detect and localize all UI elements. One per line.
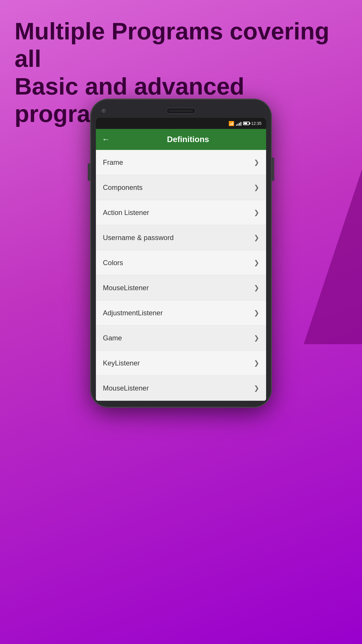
signal-icon [236,121,241,126]
menu-item-colors[interactable]: Colors❯ [96,250,266,275]
menu-item-label-frame: Frame [103,158,123,167]
menu-item-label-adjustmentlistener: AdjustmentListener [103,309,163,317]
signal-bar-2 [238,124,238,126]
chevron-right-icon-components: ❯ [254,184,259,191]
menu-item-adjustmentlistener[interactable]: AdjustmentListener❯ [96,300,266,326]
menu-item-frame[interactable]: Frame❯ [96,150,266,175]
app-header-title: Definitions [116,135,260,144]
menu-item-mouselistener-2[interactable]: MouseListener❯ [96,376,266,401]
signal-bar-4 [240,122,241,126]
phone-frame: 📶 12:35 ← Definitions [91,99,271,407]
chevron-right-icon-mouselistener-2: ❯ [254,384,259,392]
menu-item-username-password[interactable]: Username & password❯ [96,225,266,250]
chevron-right-icon-action-listener: ❯ [254,209,259,216]
wifi-icon: 📶 [229,121,234,126]
menu-item-label-game: Game [103,334,122,342]
back-button[interactable]: ← [102,135,110,144]
menu-item-label-keylistener: KeyListener [103,359,140,367]
signal-bar-1 [236,125,237,126]
menu-item-label-username-password: Username & password [103,234,174,242]
menu-item-game[interactable]: Game❯ [96,326,266,351]
menu-item-action-listener[interactable]: Action Listener❯ [96,200,266,225]
chevron-right-icon-colors: ❯ [254,259,259,267]
menu-item-keylistener[interactable]: KeyListener❯ [96,351,266,376]
chevron-right-icon-adjustmentlistener: ❯ [254,309,259,317]
front-camera [102,109,106,113]
menu-item-label-action-listener: Action Listener [103,209,149,217]
status-time: 12:35 [251,121,261,126]
chevron-right-icon-game: ❯ [254,334,259,342]
status-icons: 📶 12:35 [229,121,261,126]
chevron-right-icon-mouselistener-1: ❯ [254,284,259,292]
menu-item-mouselistener-1[interactable]: MouseListener❯ [96,275,266,300]
chevron-right-icon-username-password: ❯ [254,234,259,242]
menu-list: Frame❯Components❯Action Listener❯Usernam… [96,150,266,401]
menu-item-label-mouselistener-2: MouseListener [103,384,149,392]
menu-item-label-colors: Colors [103,259,123,267]
battery-icon [243,122,249,125]
speaker [166,108,196,114]
chevron-right-icon-frame: ❯ [254,159,259,166]
phone-top-bar [96,106,266,118]
app-header: ← Definitions [96,129,266,150]
decorative-shadow [304,169,362,344]
phone-screen: 📶 12:35 ← Definitions [96,118,266,401]
menu-item-label-mouselistener-1: MouseListener [103,284,149,292]
battery-fill [244,123,247,124]
signal-bar-3 [239,123,240,126]
chevron-right-icon-keylistener: ❯ [254,359,259,367]
phone-mockup: 📶 12:35 ← Definitions [91,99,271,407]
status-bar: 📶 12:35 [96,118,266,129]
menu-item-label-components: Components [103,183,143,192]
menu-item-components[interactable]: Components❯ [96,175,266,200]
